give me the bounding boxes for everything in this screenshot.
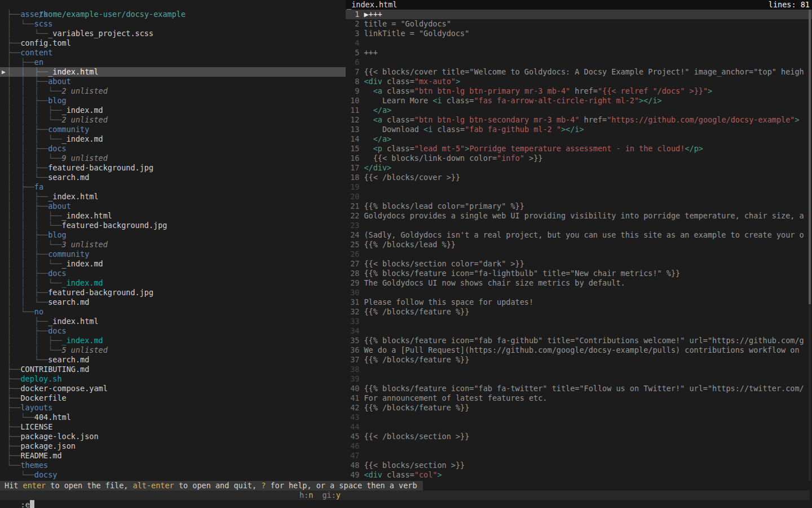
tree-branch-lines: │ │ ├── — [7, 163, 48, 172]
code-text: {{< blocks/cover title="Welcome to Goldy… — [359, 67, 804, 77]
file-name: config.toml — [20, 38, 70, 47]
tree-row[interactable]: └──themes — [0, 461, 346, 470]
tree-row[interactable]: │ └──_variables_project.scss — [0, 29, 346, 38]
tree-row[interactable]: │ │ │ ├──_index.md — [0, 106, 346, 115]
tree-row[interactable]: ├──docker-compose.yaml — [0, 384, 346, 393]
code-line-selected: 1▶+++ — [346, 10, 812, 19]
tree-row[interactable]: │ │ │ └──2 unlisted — [0, 115, 346, 125]
file-name: _index.md — [62, 259, 103, 268]
tree-row[interactable]: │ └──scss — [0, 19, 346, 29]
tree-row[interactable]: │ │ └──search.md — [0, 297, 346, 307]
tree-row[interactable]: │ │ ├──docs — [0, 144, 346, 154]
tree-branch-lines: │ │ ├── — [7, 288, 48, 297]
tree-row[interactable]: │ │ │ └──_index.md — [0, 134, 346, 144]
tree-row[interactable]: └──docsy — [0, 470, 346, 480]
tree-row[interactable]: │ │ │ └──9 unlisted — [0, 154, 346, 163]
file-name: _index.html — [48, 192, 98, 201]
command-input-row[interactable]: :e h:ngi:y — [0, 491, 810, 500]
code-text: </a> — [359, 134, 391, 144]
dir-name: scss — [34, 19, 53, 28]
line-number: 26 — [346, 249, 359, 259]
tree-row[interactable]: │ ├──_index.html — [0, 317, 346, 326]
line-number: 6 — [346, 58, 359, 67]
tree-row[interactable]: │ │ │ ├──_index.html — [0, 211, 346, 221]
line-number: 36 — [346, 345, 359, 355]
tree-row[interactable]: ├──content — [0, 48, 346, 58]
code-text: For announcement of latest features etc. — [359, 393, 547, 403]
tree-row[interactable]: ├──config.toml — [0, 38, 346, 48]
file-name: _index.html — [62, 211, 112, 220]
tree-row[interactable]: │ │ └──search.md — [0, 173, 346, 182]
tree-row[interactable]: │ │ ├──_index.html — [0, 192, 346, 202]
code-line: 9 <a class="btn btn-lg btn-primary mr-3 … — [346, 86, 812, 96]
tree-row[interactable]: │ │ │ └──_index.md — [0, 278, 346, 288]
line-number: 15 — [346, 144, 359, 154]
line-number: 49 — [346, 470, 359, 480]
tree-row[interactable]: │ ├──fa — [0, 182, 346, 192]
tree-row[interactable]: │ └──search.md — [0, 355, 346, 365]
tree-row[interactable]: │ │ ├──community — [0, 249, 346, 259]
tree-row[interactable]: │ │ ├──blog — [0, 230, 346, 240]
file-name: _index.html — [48, 317, 98, 326]
tree-row-selected[interactable]: ▶│ │ ├──_index.html — [0, 67, 346, 77]
line-number: 1 — [346, 10, 359, 19]
tree-branch-lines: │ │ └── — [7, 173, 48, 182]
code-text: {{< blocks/section >}} — [359, 461, 465, 470]
file-name: docker-compose.yaml — [20, 384, 107, 393]
code-line: 32{{% /blocks/feature %}} — [346, 307, 812, 317]
code-text — [359, 192, 364, 202]
tree-row[interactable]: ├──LICENSE — [0, 422, 346, 432]
command-input-value[interactable]: :e — [19, 500, 30, 508]
code-line: 30 — [346, 288, 812, 297]
tree-branch-lines: │ │ ├── — [7, 144, 48, 153]
tree-row[interactable]: │ │ ├──featured-background.jpg — [0, 163, 346, 173]
tree-row[interactable]: │ │ │ └──2 unlisted — [0, 86, 346, 96]
tree-branch-lines: │ ├── — [7, 58, 34, 67]
status-message: Hit enter to open the file, alt-enter to… — [0, 481, 423, 491]
preview-scrollbar-thumb[interactable] — [809, 10, 811, 304]
code-text — [359, 58, 364, 67]
tree-row[interactable]: │ │ ├──about — [0, 77, 346, 86]
tree-row[interactable]: │ ├──en — [0, 58, 346, 67]
tree-row[interactable]: │ │ ├──docs — [0, 269, 346, 278]
tree-row[interactable]: ├──package-lock.json — [0, 432, 346, 441]
tree-row[interactable]: │ │ │ └──featured-background.jpg — [0, 221, 346, 230]
tree-branch-lines: │ │ │ └── — [7, 221, 62, 230]
broot-window: /home/example-user/docsy-example ├──asse… — [0, 0, 812, 508]
code-text: (Sadly, Goldydocs isn't a real project, … — [359, 230, 804, 240]
root-path-row: /home/example-user/docsy-example — [0, 0, 346, 10]
tree-row[interactable]: ├──deploy.sh — [0, 374, 346, 384]
tree-row[interactable]: │ │ ├──blog — [0, 96, 346, 106]
tree-row[interactable]: │ ├──docs — [0, 326, 346, 336]
tree-row[interactable]: │ └──no — [0, 307, 346, 317]
file-name: Dockerfile — [20, 393, 66, 402]
tree-branch-lines: │ │ ├── — [7, 269, 48, 278]
code-line: 8<div class="mx-auto"> — [346, 77, 812, 86]
code-line: 37{{% /blocks/feature %}} — [346, 355, 812, 365]
file-name: package.json — [20, 441, 76, 450]
line-number: 24 — [346, 230, 359, 240]
tree-row[interactable]: │ │ ├──about — [0, 202, 346, 211]
tree-row[interactable]: │ │ ├──community — [0, 125, 346, 134]
tree-branch-lines: │ │ │ ├── — [7, 106, 62, 115]
tree-row[interactable]: ├──layouts — [0, 403, 346, 413]
tree-row[interactable]: ├──README.md — [0, 451, 346, 461]
tree-branch-lines: │ └── — [7, 19, 34, 28]
tree-row[interactable]: │ │ ├──featured-background.jpg — [0, 288, 346, 297]
tree-row[interactable]: │ │ └──5 unlisted — [0, 345, 346, 355]
tree-row[interactable]: ├──CONTRIBUTING.md — [0, 365, 346, 374]
tree-row[interactable]: ├──Dockerfile — [0, 393, 346, 403]
tree-row[interactable]: │ │ ├──_index.md — [0, 336, 346, 345]
code-line: 28{{% blocks/feature icon="fa-lightbulb"… — [346, 269, 812, 278]
tree-row[interactable]: │ │ │ └──3 unlisted — [0, 240, 346, 249]
tree-row[interactable]: │ └──404.html — [0, 413, 346, 422]
code-text: Goldydocs provides a single web UI provi… — [359, 211, 804, 221]
tree-row[interactable]: │ │ │ └──_index.md — [0, 259, 346, 269]
code-text: </a> — [359, 106, 391, 115]
tree-row[interactable]: ├──assets — [0, 10, 346, 19]
code-line: 34 — [346, 326, 812, 336]
line-number: 23 — [346, 221, 359, 230]
code-text: linkTitle = "Goldydocs" — [359, 29, 469, 38]
preview-scrollbar[interactable] — [809, 10, 811, 481]
tree-row[interactable]: ├──package.json — [0, 441, 346, 451]
